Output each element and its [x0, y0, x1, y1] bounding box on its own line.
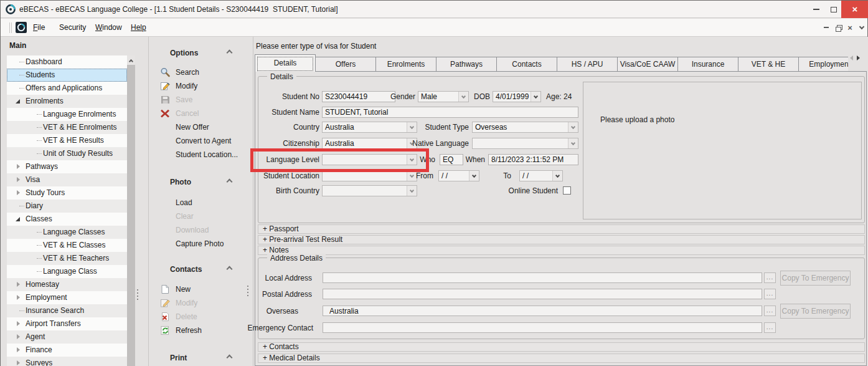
menu-file[interactable]: File	[32, 19, 46, 37]
sidebar-item-vet-he-teachers[interactable]: VET & HE Teachers	[7, 252, 127, 265]
overseas-browse-button[interactable]: ...	[764, 306, 776, 316]
maximize-button[interactable]	[825, 1, 842, 18]
tree-collapsed-icon[interactable]	[17, 177, 20, 182]
photo-load-button[interactable]: Load	[160, 196, 247, 209]
tab-visa-coe-caaw[interactable]: Visa/CoE CAAW	[617, 57, 678, 72]
collapse-chevron-icon[interactable]	[227, 50, 233, 56]
sidebar-item-unit-of-study-results[interactable]: Unit of Study Results	[7, 147, 127, 160]
native-language-select[interactable]	[472, 138, 578, 149]
tab-contacts[interactable]: Contacts	[496, 57, 557, 72]
copy-to-emergency-button[interactable]: Copy To Emergency	[780, 271, 851, 286]
student-location-button[interactable]: Student Location...	[160, 148, 247, 161]
sidebar-item-language-enrolments[interactable]: Language Enrolments	[7, 108, 127, 121]
chevron-down-icon[interactable]	[407, 186, 417, 196]
tree-expanded-icon[interactable]	[16, 99, 20, 104]
collapse-chevron-icon[interactable]	[227, 179, 233, 185]
tree-collapsed-icon[interactable]	[17, 164, 20, 169]
local-address-input[interactable]	[323, 272, 762, 283]
online-student-checkbox[interactable]	[563, 186, 571, 195]
sidebar-item-airport-transfers[interactable]: Airport Transfers	[7, 317, 127, 330]
sidebar-item-finance[interactable]: Finance	[7, 344, 127, 357]
capture-photo-button[interactable]: Capture Photo	[160, 237, 247, 251]
toolbar-grip[interactable]	[9, 22, 12, 33]
chevron-down-icon[interactable]	[552, 171, 562, 181]
tab-insurance[interactable]: Insurance	[677, 57, 738, 72]
mdi-minimize-button[interactable]	[821, 22, 831, 32]
tab-scroll-left-icon[interactable]	[850, 55, 853, 60]
sidebar-item-language-class-allocation[interactable]: Language Class Allocation	[7, 265, 127, 278]
photo-clear-button[interactable]: Clear	[160, 209, 247, 223]
tree-collapsed-icon[interactable]	[17, 321, 20, 326]
menu-security[interactable]: Security	[58, 19, 87, 37]
tree-collapsed-icon[interactable]	[17, 282, 20, 287]
sidebar-item-visa[interactable]: Visa	[7, 173, 127, 186]
when-input[interactable]	[488, 154, 578, 165]
mdi-restore-button[interactable]	[833, 22, 843, 32]
tree-collapsed-icon[interactable]	[17, 360, 20, 365]
options-panel-header[interactable]: Options	[170, 49, 198, 57]
contact-modify-button[interactable]: Modify	[160, 296, 247, 310]
tree-collapsed-icon[interactable]	[17, 347, 20, 352]
contact-new-button[interactable]: New	[160, 282, 247, 296]
postal-address-input[interactable]	[323, 289, 762, 299]
tree-expanded-icon[interactable]	[16, 217, 20, 221]
chevron-down-icon[interactable]	[531, 92, 540, 102]
sidebar-item-vet-he-enrolments[interactable]: VET & HE Enrolments	[7, 121, 127, 134]
sidebar-item-insurance-search[interactable]: Insurance Search	[7, 304, 127, 317]
student-name-input[interactable]	[322, 107, 578, 118]
sidebar-item-students[interactable]: Students	[7, 69, 127, 82]
tree-collapsed-icon[interactable]	[17, 190, 20, 195]
student-type-select[interactable]: Overseas	[472, 122, 578, 133]
sidebar-item-offers-applications[interactable]: Offers and Applications	[7, 82, 127, 95]
mdi-menu-dropdown[interactable]	[857, 22, 867, 32]
sidebar-item-classes[interactable]: Classes	[7, 213, 127, 226]
tree-collapsed-icon[interactable]	[17, 295, 20, 300]
sidebar-item-agent[interactable]: Agent	[7, 330, 127, 344]
print-panel-header[interactable]: Print	[170, 354, 187, 362]
collapse-chevron-icon[interactable]	[227, 355, 233, 361]
tab-details[interactable]: Details	[255, 54, 316, 72]
to-date-select[interactable]: / /	[519, 170, 563, 181]
birth-country-select[interactable]	[322, 185, 417, 196]
app-menu-icon[interactable]	[16, 22, 27, 33]
minimize-button[interactable]	[808, 1, 825, 18]
tab-hs-apu[interactable]: HS / APU	[557, 57, 618, 72]
new-offer-button[interactable]: New Offer	[160, 120, 247, 134]
section-pre-arrival[interactable]: + Pre-arrival Test Result	[258, 235, 865, 244]
menu-help[interactable]: Help	[130, 19, 148, 37]
sidebar-item-pathways[interactable]: Pathways	[7, 160, 127, 173]
who-input[interactable]	[440, 154, 463, 165]
sidebar-item-vet-he-results[interactable]: VET & HE Results	[7, 134, 127, 147]
emergency-contact-input[interactable]	[323, 322, 762, 333]
tab-enrolments[interactable]: Enrolments	[375, 57, 436, 72]
tree-collapsed-icon[interactable]	[17, 334, 20, 339]
section-notes[interactable]: + Notes	[258, 246, 865, 255]
tab-vet-he[interactable]: VET & HE	[738, 57, 799, 72]
photo-download-button[interactable]: Download	[160, 223, 247, 237]
modify-button[interactable]: Modify	[160, 79, 247, 93]
scrollbar-thumb[interactable]	[127, 65, 135, 366]
copy-to-emergency-button[interactable]: Copy To Emergency	[780, 304, 851, 319]
tree-scrollbar[interactable]	[127, 55, 135, 366]
convert-to-agent-button[interactable]: Convert to Agent	[160, 134, 247, 148]
sidebar-item-homestay[interactable]: Homestay	[7, 278, 127, 291]
section-medical-details[interactable]: + Medical Details	[258, 354, 865, 363]
section-contacts[interactable]: + Contacts	[258, 342, 865, 352]
section-passport[interactable]: + Passport	[258, 224, 865, 234]
postal-address-browse-button[interactable]: ...	[764, 289, 776, 299]
sidebar-item-vet-he-classes[interactable]: VET & HE Classes	[7, 239, 127, 252]
from-date-select[interactable]: / /	[438, 170, 479, 181]
splitter-handle[interactable]	[137, 289, 138, 302]
save-button[interactable]: Save	[160, 93, 247, 107]
sidebar-item-language-classes[interactable]: Language Classes	[7, 226, 127, 239]
search-button[interactable]: Search	[160, 65, 247, 79]
overseas-address-input[interactable]	[323, 306, 762, 316]
sidebar-item-surveys[interactable]: Surveys	[7, 357, 127, 366]
contact-delete-button[interactable]: Delete	[160, 310, 247, 324]
local-address-browse-button[interactable]: ...	[764, 272, 776, 283]
mdi-close-button[interactable]: ×	[845, 22, 855, 32]
sidebar-item-enrolments[interactable]: Enrolments	[7, 95, 127, 108]
tab-offers[interactable]: Offers	[315, 57, 376, 72]
contacts-panel-header[interactable]: Contacts	[170, 265, 202, 274]
sidebar-item-diary[interactable]: Diary	[7, 200, 127, 213]
